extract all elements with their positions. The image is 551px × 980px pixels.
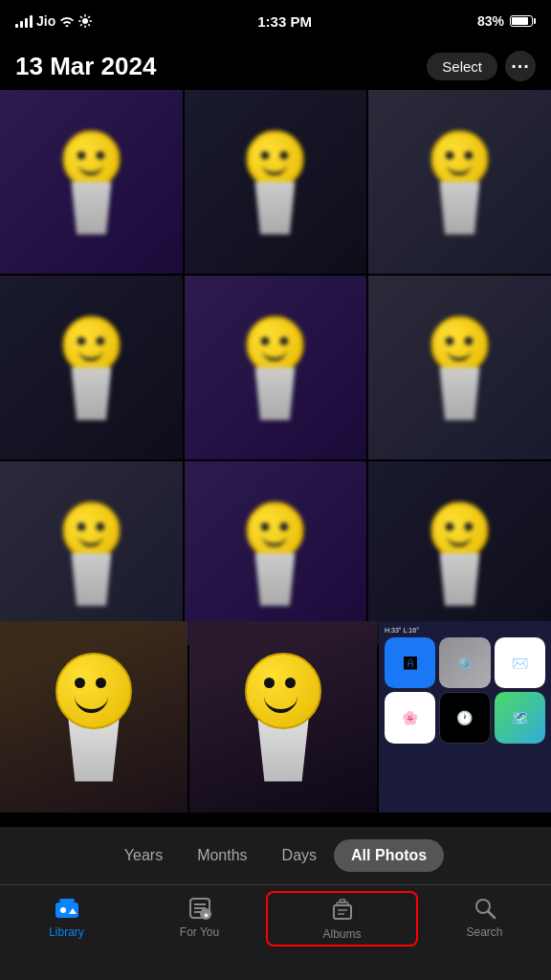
grid-cell[interactable] (185, 90, 367, 274)
svg-line-7 (88, 16, 90, 18)
status-time: 1:33 PM (257, 13, 312, 30)
status-bar: Jio 1:33 PM 83% (0, 0, 551, 42)
bottom-nav: Library ★ For You Albums (0, 884, 551, 980)
svg-rect-9 (55, 902, 78, 918)
photos-app-icon[interactable]: 🌸 (385, 692, 435, 743)
svg-line-24 (488, 912, 495, 919)
grid-cell[interactable] (0, 276, 183, 459)
albums-label: Albums (322, 927, 361, 941)
svg-rect-10 (59, 899, 75, 902)
grid-cell[interactable] (185, 461, 367, 645)
battery-icon (510, 15, 536, 27)
svg-point-0 (82, 18, 88, 24)
view-days[interactable]: Days (265, 839, 334, 872)
battery-percent: 83% (477, 13, 504, 29)
view-months[interactable]: Months (180, 839, 264, 872)
brightness-icon (78, 14, 92, 28)
for-you-label: For You (180, 925, 219, 939)
grid-cell[interactable] (185, 276, 367, 459)
svg-rect-18 (334, 905, 351, 919)
grid-cell[interactable] (368, 461, 551, 645)
foryou-icon: ★ (187, 895, 213, 922)
grid-cell[interactable] (0, 461, 183, 645)
thumbnail-3[interactable]: H:33° L:16° 🅰 ⚙️ ✉️ 🌸 🕐 🗺️ (379, 621, 551, 813)
thumbnail-strip[interactable]: H:33° L:16° 🅰 ⚙️ ✉️ 🌸 🕐 🗺️ (0, 621, 551, 813)
photo-grid[interactable] (0, 90, 551, 645)
maps-icon[interactable]: 🗺️ (495, 692, 545, 743)
search-icon (472, 895, 498, 922)
thumbnail-1[interactable] (0, 621, 187, 813)
view-all-photos[interactable]: All Photos (334, 839, 444, 872)
signal-icon (15, 14, 33, 28)
albums-icon (329, 897, 356, 924)
grid-cell[interactable] (368, 90, 551, 274)
status-left: Jio (15, 13, 92, 29)
nav-albums[interactable]: Albums (266, 891, 418, 947)
photo-area: H:33° L:16° 🅰 ⚙️ ✉️ 🌸 🕐 🗺️ (0, 90, 551, 813)
search-label: Search (466, 925, 502, 939)
svg-line-5 (80, 16, 82, 18)
thumbnail-2[interactable] (189, 621, 377, 813)
grid-cell[interactable] (0, 90, 183, 274)
svg-text:★: ★ (203, 911, 209, 920)
library-label: Library (49, 925, 84, 939)
top-bar-actions: Select ··· (427, 51, 536, 81)
library-icon (54, 895, 80, 922)
screenshot-weather-label: H:33° L:16° (385, 627, 419, 634)
carrier-label: Jio (36, 13, 55, 29)
top-bar: 13 Mar 2024 Select ··· (0, 42, 551, 90)
svg-line-6 (88, 24, 90, 26)
appstore-icon[interactable]: 🅰 (385, 637, 435, 688)
settings-icon[interactable]: ⚙️ (439, 637, 490, 688)
view-selector: Years Months Days All Photos (0, 827, 551, 884)
view-years[interactable]: Years (107, 839, 180, 872)
grid-cell[interactable] (368, 276, 551, 459)
select-button[interactable]: Select (427, 53, 497, 80)
nav-for-you[interactable]: ★ For You (133, 895, 266, 939)
svg-point-11 (60, 907, 66, 913)
nav-library[interactable]: Library (0, 895, 133, 939)
clock-icon[interactable]: 🕐 (439, 692, 490, 743)
gmail-icon[interactable]: ✉️ (495, 637, 545, 688)
svg-line-8 (80, 24, 82, 26)
svg-rect-20 (340, 900, 345, 902)
page-title: 13 Mar 2024 (15, 52, 156, 81)
status-right: 83% (477, 13, 536, 29)
more-button[interactable]: ··· (505, 51, 536, 81)
nav-search[interactable]: Search (418, 895, 551, 939)
wifi-icon (59, 15, 75, 27)
